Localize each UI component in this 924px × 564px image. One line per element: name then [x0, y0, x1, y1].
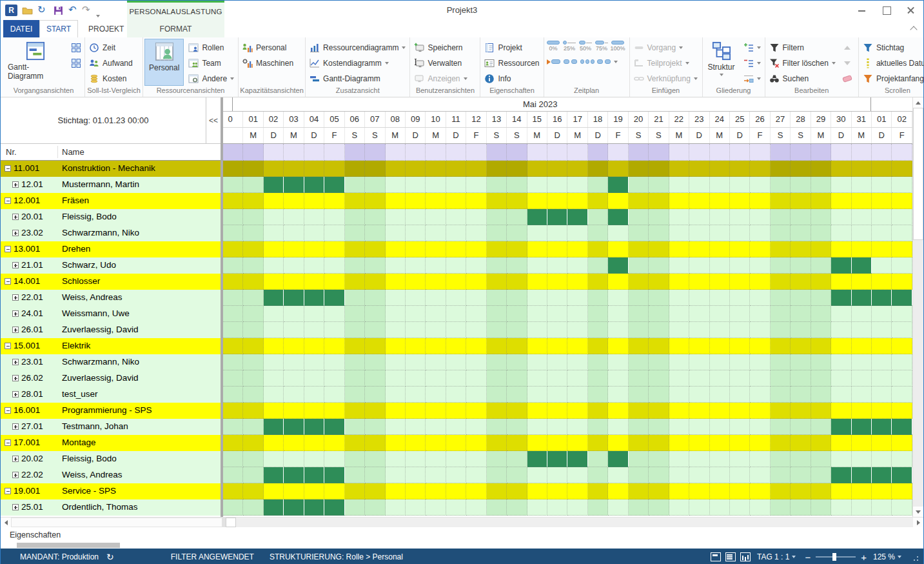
- progress-75-button[interactable]: 75%: [595, 41, 609, 52]
- mandant-refresh-icon[interactable]: ↻: [106, 552, 114, 562]
- speichern-button[interactable]: Speichern: [411, 41, 469, 55]
- expand-icon[interactable]: [12, 327, 19, 333]
- table-row[interactable]: 25.01Ordentlich, Thomas: [1, 499, 221, 516]
- chart-scroll-thumb[interactable]: [226, 518, 236, 527]
- andere-button[interactable]: Andere: [186, 72, 237, 86]
- expand-icon[interactable]: [12, 214, 19, 220]
- outdent-button[interactable]: [741, 56, 763, 70]
- verknuepfung-einfuegen-button[interactable]: Verknüpfung: [631, 72, 700, 86]
- expand-icon[interactable]: [5, 439, 11, 446]
- table-row[interactable]: 16.001Programmierung - SPS: [1, 403, 221, 419]
- table-row[interactable]: 20.01Fleissig, Bodo: [1, 209, 221, 225]
- horizontal-scroll-track[interactable]: [236, 518, 913, 527]
- view-gantt-icon[interactable]: [711, 552, 721, 561]
- timescale-dropdown-icon[interactable]: [792, 556, 796, 558]
- kosten-button[interactable]: Kosten: [86, 72, 135, 86]
- kapazitaet-personal-button[interactable]: Personal: [240, 41, 296, 55]
- table-row[interactable]: 26.01Zuverlaessig, David: [1, 322, 221, 338]
- expand-icon[interactable]: [5, 488, 11, 494]
- progress-100-button[interactable]: 100%: [611, 41, 625, 52]
- scroll-up-button[interactable]: [913, 97, 923, 108]
- maximize-button[interactable]: [874, 1, 899, 20]
- struktur-button[interactable]: Struktur: [704, 39, 739, 86]
- expand-icon[interactable]: [12, 472, 19, 478]
- schedule-asap-button[interactable]: [547, 58, 561, 66]
- expand-icon[interactable]: [5, 278, 11, 285]
- tab-datei[interactable]: DATEI: [3, 20, 39, 37]
- split-task-3-button[interactable]: [580, 58, 595, 66]
- find-previous-button[interactable]: [840, 41, 854, 55]
- table-row[interactable]: 17.001Montage: [1, 435, 221, 451]
- table-row[interactable]: 12.01Mustermann, Martin: [1, 177, 221, 193]
- verwalten-button[interactable]: Verwalten: [411, 56, 469, 70]
- gantt-diagramm-button[interactable]: Gantt-Diagramm: [4, 39, 67, 86]
- vorgang-einfuegen-button[interactable]: Vorgang: [631, 41, 700, 55]
- stichtag-button[interactable]: Stichtag: [860, 41, 924, 55]
- rollen-button[interactable]: Rollen: [186, 41, 237, 55]
- suchen-button[interactable]: Suchen: [767, 72, 838, 86]
- zoom-out-button[interactable]: −: [805, 552, 811, 563]
- expand-icon[interactable]: [12, 423, 19, 430]
- expand-icon[interactable]: [12, 391, 19, 398]
- table-row[interactable]: 22.01Weiss, Andreas: [1, 290, 221, 306]
- table-row[interactable]: 15.001Elektrik: [1, 338, 221, 354]
- detail-view-button[interactable]: [69, 56, 83, 70]
- table-row[interactable]: 23.01Schwarzmann, Niko: [1, 354, 221, 370]
- find-next-button[interactable]: [840, 56, 854, 70]
- view-chart-icon[interactable]: [740, 552, 751, 561]
- close-button[interactable]: [899, 1, 923, 20]
- kostendiagramm-button[interactable]: Kostendiagramm: [307, 56, 408, 70]
- timescale-label[interactable]: TAG 1 : 1: [757, 552, 789, 561]
- table-row[interactable]: 12.001Fräsen: [1, 193, 221, 209]
- table-row[interactable]: 26.02Zuverlaessig, David: [1, 370, 221, 387]
- table-row[interactable]: 20.02Fleissig, Bodo: [1, 451, 221, 467]
- table-row[interactable]: 24.01Weissmann, Uwe: [1, 306, 221, 322]
- expand-icon[interactable]: [12, 359, 19, 365]
- anzeigen-button[interactable]: Anzeigen: [411, 72, 469, 86]
- kapazitaet-maschinen-button[interactable]: Maschinen: [240, 56, 296, 70]
- table-row[interactable]: 23.02Schwarzmann, Niko: [1, 225, 221, 241]
- aktuelles-datum-button[interactable]: aktuelles Datum: [860, 56, 924, 70]
- dropdown-icon[interactable]: [614, 61, 618, 63]
- ressourcen-eigenschaften-button[interactable]: Ressourcen: [482, 56, 542, 70]
- resize-grip[interactable]: [910, 553, 918, 561]
- aufwand-button[interactable]: Aufwand: [86, 56, 135, 70]
- collapse-pane-button[interactable]: <<: [206, 97, 221, 143]
- progress-25-button[interactable]: 25%: [563, 41, 576, 52]
- expand-icon[interactable]: [5, 407, 11, 414]
- zoom-in-button[interactable]: +: [861, 552, 867, 563]
- teilprojekt-einfuegen-button[interactable]: Teilprojekt: [631, 56, 700, 70]
- zoom-slider-thumb[interactable]: [832, 553, 836, 561]
- expand-icon[interactable]: [12, 375, 19, 381]
- table-row[interactable]: 27.01Testmann, Johan: [1, 419, 221, 435]
- join-task-button[interactable]: [597, 58, 611, 66]
- network-view-button[interactable]: [69, 41, 83, 55]
- expand-icon[interactable]: [12, 456, 19, 462]
- table-row[interactable]: 28.01test_user: [1, 387, 221, 403]
- view-table-icon[interactable]: [725, 552, 736, 561]
- zoom-dropdown-icon[interactable]: [898, 556, 901, 558]
- ressourcendiagramm-button[interactable]: Ressourcendiagramm: [307, 41, 408, 55]
- vertical-scroll-track[interactable]: [913, 240, 923, 507]
- table-row[interactable]: 22.02Weiss, Andreas: [1, 467, 221, 483]
- table-row[interactable]: 11.001Konstruktion - Mechanik: [1, 161, 221, 177]
- expand-icon[interactable]: [5, 343, 11, 349]
- progress-50-button[interactable]: 50%: [579, 41, 593, 52]
- column-separator[interactable]: [57, 146, 58, 158]
- zusatz-gantt-button[interactable]: Gantt-Diagramm: [307, 72, 408, 86]
- tab-projekt[interactable]: PROJEKT: [78, 20, 134, 37]
- info-button[interactable]: Info: [482, 72, 542, 86]
- table-row[interactable]: 14.001Schlosser: [1, 274, 221, 290]
- table-row[interactable]: 21.01Schwarz, Udo: [1, 257, 221, 274]
- column-header-name[interactable]: Name: [62, 147, 84, 157]
- expand-icon[interactable]: [5, 246, 11, 252]
- split-task-button[interactable]: [564, 58, 578, 66]
- collapse-ribbon-icon[interactable]: [910, 25, 917, 32]
- progress-0-button[interactable]: 0%: [547, 41, 560, 52]
- zoom-level-label[interactable]: 125 %: [873, 552, 895, 561]
- table-row[interactable]: 19.001Service - SPS: [1, 483, 221, 499]
- minimize-button[interactable]: [850, 1, 874, 20]
- projekt-eigenschaften-button[interactable]: Projekt: [482, 41, 542, 55]
- filtern-button[interactable]: Filtern: [767, 41, 838, 55]
- team-button[interactable]: Team: [186, 56, 237, 70]
